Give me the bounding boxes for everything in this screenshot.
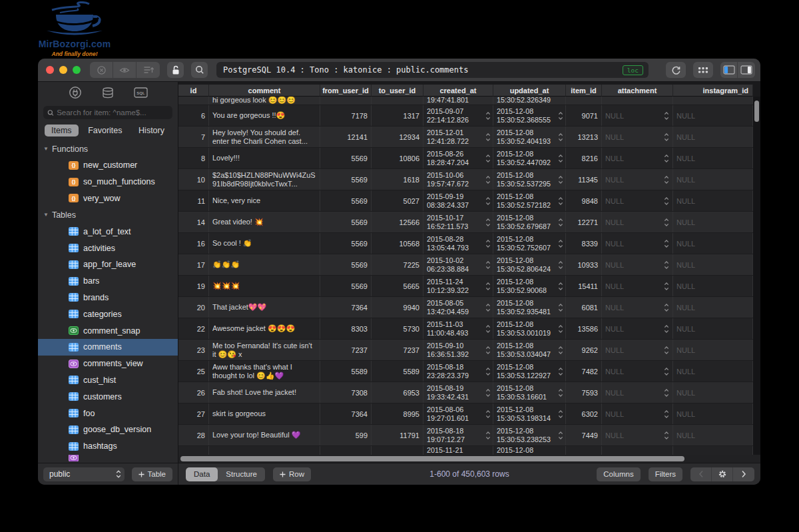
cell-from-user-id[interactable]: 5569: [320, 148, 372, 168]
cell-created-at[interactable]: 2015-08-1823:28:23.379: [423, 361, 493, 382]
search-button[interactable]: [191, 62, 208, 78]
table-row[interactable]: 14Great video! 💥5569125662015-10-1716:52…: [178, 212, 753, 233]
cell-from-user-id[interactable]: 599: [320, 425, 372, 445]
cell-id[interactable]: 22: [178, 318, 209, 339]
value-stepper[interactable]: [663, 388, 669, 398]
value-stepper[interactable]: [663, 239, 669, 248]
minimize-window-button[interactable]: [59, 66, 67, 74]
cell-created-at[interactable]: 2015-10-0206:23:38.884: [423, 254, 493, 275]
cell-attachment[interactable]: NULL: [602, 127, 673, 147]
cell-id[interactable]: 28: [178, 425, 209, 445]
cell-item-id[interactable]: 9262: [566, 340, 602, 360]
value-stepper[interactable]: [557, 260, 563, 270]
value-stepper[interactable]: [485, 367, 491, 376]
value-stepper[interactable]: [663, 196, 669, 206]
add-row-button[interactable]: Row: [273, 467, 311, 481]
preview-button[interactable]: [113, 62, 136, 78]
section-header-tables[interactable]: ▼Tables: [38, 206, 178, 223]
cell-item-id[interactable]: 7482: [566, 361, 602, 382]
cell-id[interactable]: 19: [178, 276, 209, 296]
column-header-id[interactable]: id: [178, 85, 209, 97]
vertical-scrollbar[interactable]: [753, 97, 760, 455]
cell-instagram-id[interactable]: NULL: [673, 233, 753, 254]
table-row[interactable]: 28Love your top! Beautiful 💜599117912015…: [178, 425, 753, 446]
cell-created-at[interactable]: 2015-11-21: [423, 446, 493, 455]
value-stepper[interactable]: [663, 154, 669, 163]
sidebar-item-goose_db_version[interactable]: goose_db_version: [38, 421, 178, 438]
value-stepper[interactable]: [485, 409, 491, 419]
cell-comment[interactable]: Nice, very nice: [209, 190, 320, 211]
cell-item-id[interactable]: 11345: [566, 169, 602, 190]
cell-id[interactable]: 11: [178, 190, 209, 211]
cell-instagram-id[interactable]: NULL: [673, 425, 753, 445]
cell-updated-at[interactable]: 2015-12-0815:30:52.537295: [493, 169, 566, 190]
cell-attachment[interactable]: NULL: [602, 254, 673, 275]
horizontal-scrollbar[interactable]: [178, 455, 760, 463]
schema-select[interactable]: public: [43, 467, 125, 481]
cell-item-id[interactable]: 15411: [566, 276, 602, 296]
cell-comment[interactable]: You are gorgeous !!😍: [209, 105, 320, 126]
section-header-functions[interactable]: ▼Functions: [38, 140, 178, 157]
cell-instagram-id[interactable]: NULL: [673, 361, 753, 382]
cell-id[interactable]: 23: [178, 340, 209, 360]
value-stepper[interactable]: [557, 431, 563, 440]
cell-comment[interactable]: 💥💥💥: [209, 276, 320, 296]
sidebar-item-partial[interactable]: [38, 455, 178, 461]
search-input[interactable]: [57, 109, 168, 117]
sidebar-item-foo[interactable]: foo: [38, 405, 178, 421]
cell-comment[interactable]: So cool ! 👏: [209, 233, 320, 254]
sidebar-item-comment_snap[interactable]: comment_snap: [38, 322, 178, 339]
previous-page-button[interactable]: [690, 467, 712, 481]
cell-attachment[interactable]: NULL: [602, 425, 673, 445]
cell-instagram-id[interactable]: NULL: [673, 340, 753, 360]
cell-created-at[interactable]: 2015-08-2813:05:44.793: [423, 233, 493, 254]
cell-updated-at[interactable]: 2015-12-0815:30:52.679687: [493, 212, 566, 232]
value-stepper[interactable]: [485, 260, 491, 270]
cell-created-at[interactable]: 2015-12-0112:41:28.722: [423, 127, 493, 147]
cell-id[interactable]: 7: [178, 127, 209, 147]
value-stepper[interactable]: [485, 196, 491, 206]
cell-attachment[interactable]: NULL: [602, 340, 673, 360]
value-stepper[interactable]: [663, 260, 669, 270]
cell-comment[interactable]: skirt is gorgeous: [209, 403, 320, 424]
sidebar-item-app_for_leave[interactable]: app_for_leave: [38, 256, 178, 273]
cell-id[interactable]: 27: [178, 403, 209, 424]
cancel-query-button[interactable]: [90, 62, 113, 78]
value-stepper[interactable]: [485, 346, 491, 355]
cell-updated-at[interactable]: 2015-12-0815:30:53.122927: [493, 361, 566, 382]
cell-attachment[interactable]: NULL: [602, 169, 673, 190]
cell-comment[interactable]: Lovely!!!: [209, 148, 320, 168]
sidebar-item-very_wow[interactable]: {}very_wow: [38, 190, 178, 207]
value-stepper[interactable]: [557, 388, 563, 398]
value-stepper[interactable]: [663, 282, 669, 291]
refresh-button[interactable]: [666, 62, 686, 78]
cell-comment[interactable]: $2a$10$HZLN88PNuWWi4ZuS91Ib8dR98Ijt0kblv…: [209, 169, 320, 190]
value-stepper[interactable]: [557, 133, 563, 142]
column-header-updated_at[interactable]: updated_at: [493, 85, 566, 97]
sidebar-item-a_lot_of_text[interactable]: a_lot_of_text: [38, 223, 178, 240]
cell-to-user-id[interactable]: 7225: [372, 254, 423, 275]
cell-comment[interactable]: Awesome jacket 😍😍😍: [209, 318, 320, 339]
cell-updated-at[interactable]: 2015-12-0815:30:52.935481: [493, 297, 566, 318]
cell-item-id[interactable]: 8216: [566, 148, 602, 168]
value-stepper[interactable]: [663, 303, 669, 312]
value-stepper[interactable]: [485, 111, 491, 121]
value-stepper[interactable]: [557, 111, 563, 121]
cell-to-user-id[interactable]: 5027: [372, 190, 423, 211]
cell-comment[interactable]: hi gorgeous look 😊😊😊: [209, 97, 320, 105]
cell-item-id[interactable]: 10933: [566, 254, 602, 275]
cell-from-user-id[interactable]: 7178: [320, 105, 372, 126]
table-row[interactable]: 22Awesome jacket 😍😍😍830357302015-11-0311…: [178, 318, 753, 340]
value-stepper[interactable]: [557, 196, 563, 206]
next-page-button[interactable]: [733, 467, 754, 481]
value-stepper[interactable]: [485, 239, 491, 248]
cell-item-id[interactable]: 9848: [566, 190, 602, 211]
cell-comment[interactable]: That jacket💖💖: [209, 297, 320, 318]
table-row[interactable]: 19💥💥💥556956652015-11-2410:12:39.3222015-…: [178, 276, 753, 297]
column-header-created_at[interactable]: created_at: [423, 85, 493, 97]
cell-from-user-id[interactable]: 5569: [320, 212, 372, 232]
cell-updated-at[interactable]: 2015-12-0815:30:52.447092: [493, 148, 566, 168]
cell-instagram-id[interactable]: NULL: [673, 105, 753, 126]
column-header-comment[interactable]: comment: [209, 85, 320, 97]
value-stepper[interactable]: [557, 324, 563, 334]
